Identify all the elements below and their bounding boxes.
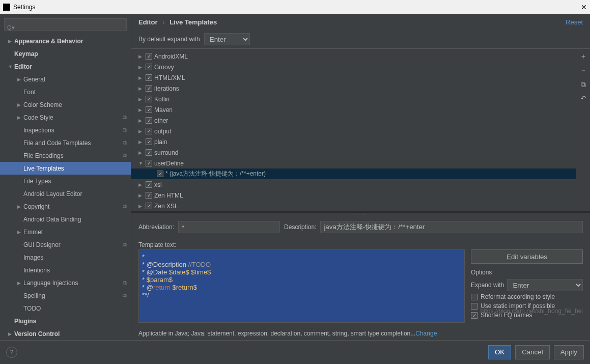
sidebar-item-color-scheme[interactable]: Color Scheme [0,98,131,111]
template-checkbox[interactable] [146,106,152,113]
template-checkbox[interactable] [146,128,152,134]
templates-tree[interactable]: AndroidXMLGroovyHTML/XMLiterationsKotlin… [131,49,576,211]
template-checkbox[interactable] [146,85,152,92]
description-input[interactable] [320,221,583,233]
template-text-editor[interactable]: * * @Description //TODO * @Date $date$ $… [138,249,465,323]
static-import-checkbox[interactable] [471,303,477,310]
chevron-icon [138,193,144,198]
template-checkbox[interactable] [146,192,152,199]
sidebar-item-gui-designer[interactable]: GUI Designer⧉ [0,238,131,251]
sidebar-item-emmet[interactable]: Emmet [0,226,131,238]
shorten-fq-checkbox[interactable] [471,312,477,319]
sidebar-item-todo[interactable]: TODO [0,302,131,315]
resize-grip[interactable]: :::::: [131,213,590,217]
search-input[interactable] [4,18,127,31]
sidebar-item-language-injections[interactable]: Language Injections⧉ [0,276,131,289]
template-checkbox[interactable] [146,53,152,60]
crumb-live-templates: Live Templates [170,18,217,26]
template-checkbox[interactable] [146,203,152,209]
template-item[interactable]: iterations [131,83,576,94]
search-icon: Q▾ [7,24,15,31]
edit-variables-button[interactable]: EEdit variablesdit variables [471,249,583,264]
chevron-icon [138,75,144,80]
template-item[interactable]: userDefine [131,158,576,169]
template-item[interactable]: Kotlin [131,94,576,104]
template-checkbox[interactable] [146,138,152,145]
chevron-icon [138,182,144,187]
options-title: Options [471,269,583,276]
settings-sidebar: Q▾ Appearance & BehaviorKeymapEditorGene… [0,14,131,340]
expand-default-select[interactable]: Enter [204,33,250,45]
sidebar-item-keymap[interactable]: Keymap [0,47,131,60]
breadcrumb: Editor › Live Templates Reset [131,14,590,30]
sidebar-item-file-encodings[interactable]: File Encodings⧉ [0,149,131,162]
apply-button[interactable]: Apply [554,345,584,359]
sidebar-item-file-and-code-templates[interactable]: File and Code Templates⧉ [0,136,131,149]
template-item[interactable]: surround [131,147,576,158]
chevron-icon [8,64,14,69]
template-item[interactable]: Zen XSL [131,201,576,211]
add-icon[interactable]: ＋ [580,52,587,61]
chevron-icon [138,86,144,91]
undo-icon[interactable]: ↶ [580,94,586,102]
change-context-link[interactable]: Change [415,330,437,337]
sidebar-item-appearance-behavior[interactable]: Appearance & Behavior [0,35,131,47]
remove-icon[interactable]: － [580,66,587,75]
copy-icon[interactable]: ⧉ [581,80,586,89]
sidebar-item-android-layout-editor[interactable]: Android Layout Editor [0,187,131,200]
crumb-editor[interactable]: Editor [138,18,158,26]
chevron-icon [138,150,144,155]
sidebar-item-version-control[interactable]: Version Control [0,327,131,340]
sidebar-item-live-templates[interactable]: Live Templates [0,162,131,175]
template-item[interactable]: HTML/XML [131,72,576,83]
sidebar-item-file-types[interactable]: File Types [0,175,131,187]
template-checkbox[interactable] [146,181,152,188]
template-item[interactable]: * (java方法注释-快捷键为：/**+enter) [131,169,576,179]
template-item[interactable]: output [131,126,576,136]
close-icon[interactable]: ✕ [581,3,587,11]
scheme-icon: ⧉ [123,292,127,299]
template-checkbox[interactable] [146,117,152,124]
template-checkbox[interactable] [146,64,152,70]
chevron-icon [17,204,23,209]
template-item[interactable]: Groovy [131,62,576,72]
sidebar-item-inspections[interactable]: Inspections⧉ [0,124,131,136]
template-item[interactable]: Maven [131,104,576,115]
chevron-icon [138,54,144,59]
sidebar-item-general[interactable]: General [0,73,131,86]
scheme-icon: ⧉ [123,203,127,210]
scheme-icon: ⧉ [123,152,127,159]
sidebar-item-spelling[interactable]: Spelling⧉ [0,289,131,302]
reset-link[interactable]: Reset [566,18,583,26]
template-item[interactable]: AndroidXML [131,51,576,62]
template-checkbox[interactable] [146,160,152,166]
sidebar-item-android-data-binding[interactable]: Android Data Binding [0,213,131,226]
chevron-icon [17,230,23,235]
sidebar-item-code-style[interactable]: Code Style⧉ [0,111,131,124]
sidebar-item-copyright[interactable]: Copyright⧉ [0,200,131,213]
help-button[interactable]: ? [6,347,17,358]
template-item[interactable]: Zen HTML [131,190,576,201]
chevron-icon [17,77,23,82]
ok-button[interactable]: OK [488,345,511,359]
template-item[interactable]: other [131,115,576,126]
template-checkbox[interactable] [146,96,152,102]
template-checkbox[interactable] [146,74,152,81]
template-item[interactable]: plain [131,136,576,147]
sidebar-item-font[interactable]: Font [0,86,131,98]
sidebar-item-intentions[interactable]: Intentions [0,264,131,276]
cancel-button[interactable]: Cancel [515,345,550,359]
chevron-icon [138,97,144,102]
template-item[interactable]: xsl [131,179,576,190]
expand-with-select[interactable]: Enter [507,279,583,291]
sidebar-item-editor[interactable]: Editor [0,60,131,73]
sidebar-item-images[interactable]: Images [0,251,131,264]
scheme-icon: ⧉ [123,241,127,248]
abbreviation-input[interactable] [178,221,280,233]
template-checkbox[interactable] [146,149,152,156]
reformat-checkbox[interactable] [471,294,477,300]
sidebar-item-plugins[interactable]: Plugins [0,315,131,327]
template-checkbox[interactable] [157,171,163,177]
window-title: Settings [13,4,35,11]
dialog-footer: ? OK Cancel Apply [0,340,590,363]
